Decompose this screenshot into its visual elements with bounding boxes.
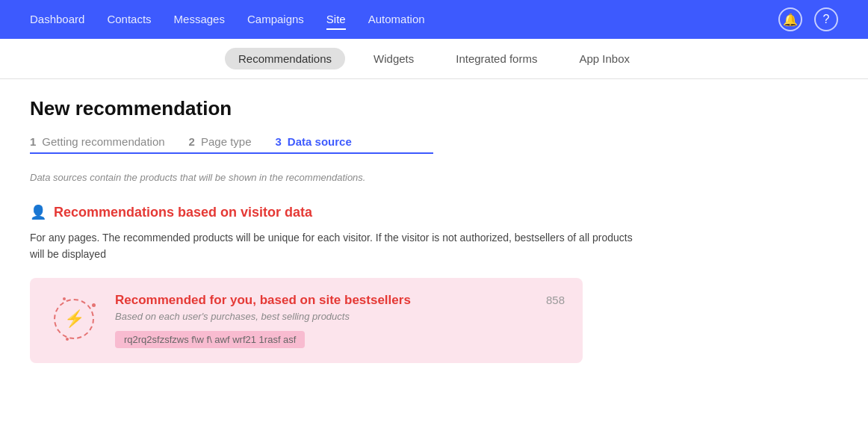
step-1-label: Getting recommendation xyxy=(42,135,164,148)
card-title: Recommended for you, based on site bests… xyxy=(115,293,411,308)
main-content: New recommendation 1 Getting recommendat… xyxy=(0,79,868,381)
step-1: 1 Getting recommendation xyxy=(30,135,165,148)
page-title: New recommendation xyxy=(30,97,838,120)
subnav-integrated-forms[interactable]: Integrated forms xyxy=(442,48,551,69)
step-2: 2 Page type xyxy=(189,135,252,148)
nav-automation[interactable]: Automation xyxy=(368,10,425,30)
visitor-section-heading: 👤 Recommendations based on visitor data xyxy=(30,204,838,220)
nav-icons: 🔔 ? xyxy=(778,7,838,31)
lightning-icon: ⚡ xyxy=(64,309,84,329)
section-heading-text: Recommendations based on visitor data xyxy=(54,205,312,220)
nav-site[interactable]: Site xyxy=(326,10,346,30)
card-header-row: Recommended for you, based on site bests… xyxy=(115,293,565,308)
nav-contacts[interactable]: Contacts xyxy=(107,10,151,30)
step-2-number: 2 xyxy=(189,135,195,148)
card-icon-wrapper: ⚡ xyxy=(48,293,100,345)
card-icon-circle: ⚡ xyxy=(54,299,94,339)
spark-2 xyxy=(92,303,96,307)
person-icon: 👤 xyxy=(30,204,46,220)
bell-icon[interactable]: 🔔 xyxy=(778,7,802,31)
spark-3 xyxy=(66,338,69,341)
step-3: 3 Data source xyxy=(276,135,352,148)
spark-1 xyxy=(63,297,66,300)
step-2-label: Page type xyxy=(201,135,252,148)
step-3-number: 3 xyxy=(276,135,282,148)
nav-campaigns[interactable]: Campaigns xyxy=(247,10,304,30)
card-count: 858 xyxy=(546,294,565,306)
recommendation-card: ⚡ Recommended for you, based on site bes… xyxy=(30,278,583,363)
step-3-label: Data source xyxy=(288,135,352,148)
card-body: Recommended for you, based on site bests… xyxy=(115,293,565,348)
card-tag: rq2rq2sfzsfzws f\w f\ awf wrf21 1rasf as… xyxy=(115,331,305,348)
help-icon[interactable]: ? xyxy=(814,7,838,31)
top-navigation: Dashboard Contacts Messages Campaigns Si… xyxy=(0,0,868,39)
sub-navigation: Recommendations Widgets Integrated forms… xyxy=(0,39,868,79)
subnav-widgets[interactable]: Widgets xyxy=(360,48,427,69)
wizard-steps: 1 Getting recommendation 2 Page type 3 D… xyxy=(30,135,838,148)
step-1-number: 1 xyxy=(30,135,36,148)
subnav-app-inbox[interactable]: App Inbox xyxy=(565,48,643,69)
section-description: Data sources contain the products that w… xyxy=(30,172,838,183)
card-subtitle: Based on each user's purchases, best sel… xyxy=(115,311,565,322)
nav-messages[interactable]: Messages xyxy=(174,10,225,30)
visitor-section-desc: For any pages. The recommended products … xyxy=(30,229,642,263)
subnav-recommendations[interactable]: Recommendations xyxy=(225,48,345,69)
step-progress-bar xyxy=(30,152,433,154)
nav-dashboard[interactable]: Dashboard xyxy=(30,10,84,30)
nav-links: Dashboard Contacts Messages Campaigns Si… xyxy=(30,10,425,30)
